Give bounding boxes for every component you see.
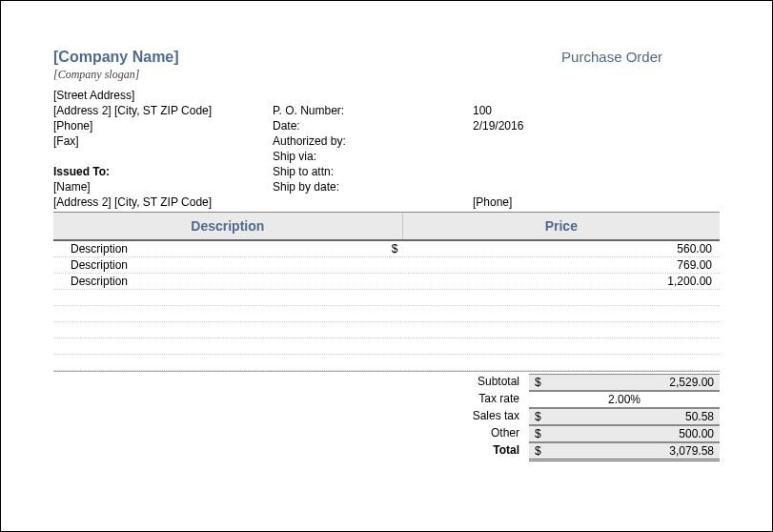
line-row [53, 322, 720, 338]
po-shipvia-value [473, 149, 720, 164]
street-address: [Street Address] [53, 88, 273, 103]
issued-address: [Address 2] [City, ST ZIP Code] [53, 194, 273, 210]
line-price: 560.00 [420, 242, 720, 256]
fax: [Fax] [53, 133, 273, 149]
subtotal-value: 2,529.00 [554, 376, 714, 389]
line-price: 769.00 [420, 258, 720, 272]
line-items: Description$560.00Description769.00Descr… [53, 241, 720, 372]
po-authorized-value [473, 133, 720, 149]
line-desc: Description [53, 258, 392, 272]
line-row: Description769.00 [53, 257, 720, 274]
line-desc: Description [53, 275, 392, 288]
subtotal-label: Subtotal [376, 374, 529, 391]
phone: [Phone] [53, 118, 273, 133]
total-currency: $ [535, 444, 554, 458]
other-currency: $ [535, 427, 554, 440]
salestax-currency: $ [535, 410, 554, 423]
taxrate-value: 2.00% [535, 393, 714, 406]
table-header: Description Price [53, 212, 720, 241]
line-row [53, 306, 720, 322]
subtotal-box: $ 2,529.00 [529, 374, 720, 391]
line-row [53, 355, 720, 371]
taxrate-label: Tax rate [376, 391, 529, 408]
po-date-label: Date: [273, 118, 473, 133]
other-label: Other [376, 425, 529, 442]
document-title: Purchase Order [561, 49, 720, 65]
line-row: Description1,200.00 [53, 274, 720, 290]
total-value: 3,079.58 [554, 444, 714, 458]
salestax-box: $ 50.58 [529, 408, 720, 425]
address-line2: [Address 2] [City, ST ZIP Code] [53, 103, 273, 118]
line-price: 1,200.00 [420, 275, 720, 288]
total-box: $ 3,079.58 [529, 442, 720, 461]
totals-section: Subtotal $ 2,529.00 Tax rate 2.00% Sales… [53, 374, 720, 461]
po-number-value: 100 [473, 103, 720, 118]
header-row: [Company Name] Purchase Order [53, 49, 720, 66]
issued-to-label: Issued To: [53, 164, 273, 179]
po-shipby-value [473, 179, 720, 194]
po-shipattn-value [473, 164, 720, 179]
salestax-label: Sales tax [376, 408, 529, 425]
line-row [53, 290, 720, 306]
line-row [53, 338, 720, 355]
po-shipattn-label: Ship to attn: [273, 164, 473, 179]
line-currency: $ [392, 242, 420, 256]
total-label: Total [376, 442, 529, 461]
po-date-value: 2/19/2016 [473, 118, 720, 133]
other-value: 500.00 [554, 427, 714, 440]
subtotal-currency: $ [535, 376, 554, 389]
salestax-value: 50.58 [554, 410, 714, 423]
po-authorized-label: Authorized by: [273, 133, 473, 149]
th-description: Description [53, 213, 402, 239]
po-shipvia-label: Ship via: [273, 149, 473, 164]
issued-phone: [Phone] [473, 194, 720, 210]
po-number-label: P. O. Number: [273, 103, 473, 118]
info-grid: [Street Address] [Address 2] [City, ST Z… [53, 88, 720, 210]
issued-name: [Name] [53, 179, 273, 194]
th-price: Price [402, 213, 720, 239]
company-name: [Company Name] [53, 49, 179, 66]
taxrate-box: 2.00% [529, 391, 720, 408]
line-desc: Description [53, 242, 392, 256]
other-box: $ 500.00 [529, 425, 720, 442]
po-shipby-label: Ship by date: [273, 179, 473, 194]
company-slogan: [Company slogan] [53, 68, 720, 82]
line-row: Description$560.00 [53, 241, 720, 257]
